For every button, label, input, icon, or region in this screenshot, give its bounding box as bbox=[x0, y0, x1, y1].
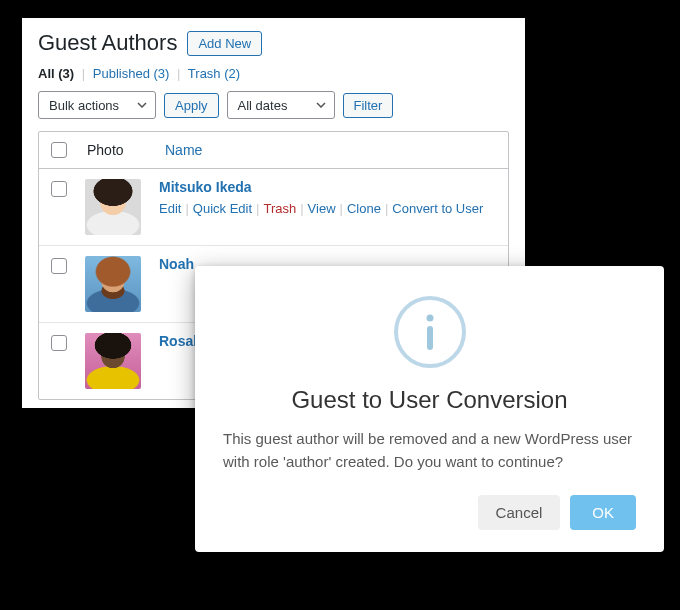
view-link[interactable]: View bbox=[308, 201, 336, 216]
svg-rect-2 bbox=[427, 326, 433, 350]
modal-message: This guest author will be removed and a … bbox=[223, 428, 636, 473]
row-checkbox[interactable] bbox=[51, 181, 67, 197]
status-filter-trash[interactable]: Trash (2) bbox=[188, 66, 240, 81]
edit-link[interactable]: Edit bbox=[159, 201, 181, 216]
modal-title: Guest to User Conversion bbox=[223, 386, 636, 414]
convert-to-user-link[interactable]: Convert to User bbox=[392, 201, 483, 216]
avatar bbox=[85, 179, 141, 235]
separator: | bbox=[177, 66, 180, 81]
modal-actions: Cancel OK bbox=[223, 495, 636, 530]
status-filter-published[interactable]: Published (3) bbox=[93, 66, 170, 81]
bulk-actions-label: Bulk actions bbox=[49, 98, 119, 113]
apply-button[interactable]: Apply bbox=[164, 93, 219, 118]
status-filter-bar: All (3) | Published (3) | Trash (2) bbox=[38, 66, 509, 81]
info-icon bbox=[392, 294, 468, 370]
trash-link[interactable]: Trash bbox=[263, 201, 296, 216]
chevron-down-icon bbox=[137, 102, 147, 108]
clone-link[interactable]: Clone bbox=[347, 201, 381, 216]
row-checkbox[interactable] bbox=[51, 335, 67, 351]
date-filter-label: All dates bbox=[238, 98, 288, 113]
cancel-button[interactable]: Cancel bbox=[478, 495, 561, 530]
page-header: Guest Authors Add New bbox=[38, 30, 509, 56]
separator: | bbox=[82, 66, 85, 81]
filter-controls: Bulk actions Apply All dates Filter bbox=[38, 91, 509, 119]
column-header-name[interactable]: Name bbox=[165, 142, 202, 158]
author-name-link[interactable]: Mitsuko Ikeda bbox=[159, 179, 496, 195]
date-filter-select[interactable]: All dates bbox=[227, 91, 335, 119]
ok-button[interactable]: OK bbox=[570, 495, 636, 530]
chevron-down-icon bbox=[316, 102, 326, 108]
confirmation-modal: Guest to User Conversion This guest auth… bbox=[195, 266, 664, 552]
row-content: Mitsuko Ikeda Edit|Quick Edit|Trash|View… bbox=[159, 179, 496, 216]
filter-button[interactable]: Filter bbox=[343, 93, 394, 118]
row-actions: Edit|Quick Edit|Trash|View|Clone|Convert… bbox=[159, 201, 496, 216]
avatar bbox=[85, 256, 141, 312]
add-new-button[interactable]: Add New bbox=[187, 31, 262, 56]
row-checkbox[interactable] bbox=[51, 258, 67, 274]
bulk-actions-select[interactable]: Bulk actions bbox=[38, 91, 156, 119]
table-header: Photo Name bbox=[39, 132, 508, 169]
quick-edit-link[interactable]: Quick Edit bbox=[193, 201, 252, 216]
table-row: Mitsuko Ikeda Edit|Quick Edit|Trash|View… bbox=[39, 169, 508, 246]
status-filter-all[interactable]: All (3) bbox=[38, 66, 74, 81]
column-header-photo: Photo bbox=[87, 142, 147, 158]
svg-point-1 bbox=[426, 315, 433, 322]
select-all-checkbox[interactable] bbox=[51, 142, 67, 158]
avatar bbox=[85, 333, 141, 389]
page-title: Guest Authors bbox=[38, 30, 177, 56]
